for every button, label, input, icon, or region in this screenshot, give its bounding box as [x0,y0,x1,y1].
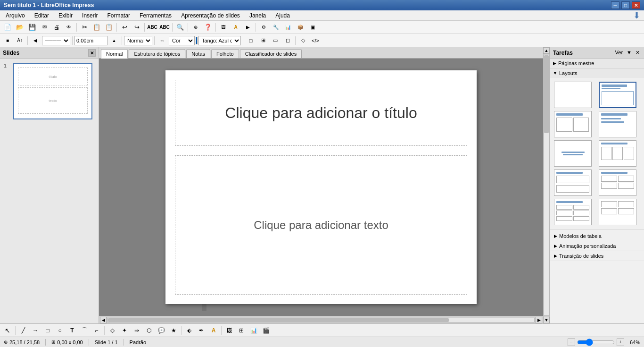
table-models-item[interactable]: ▶ Modelos de tabela [550,231,644,241]
line-style-select[interactable]: ───── [42,36,70,45]
line-btn[interactable]: ▭ [270,35,281,46]
area-btn[interactable]: ⊞ [257,35,269,46]
callouts-tool[interactable]: 💬 [156,325,167,336]
save-button[interactable]: 💾 [26,22,38,33]
tool3-button[interactable]: 📊 [282,22,294,33]
tool2-button[interactable]: 🔧 [270,22,281,33]
zoom-out-button[interactable]: − [568,339,575,346]
shadow-btn[interactable]: □ [245,35,256,46]
size-up-btn[interactable]: ▲ [108,35,120,46]
rect-tool[interactable]: □ [42,325,53,336]
select-tool[interactable]: ↖ [2,325,13,336]
line-tool[interactable]: ╱ [17,325,29,336]
slides-close-button[interactable]: ✕ [88,49,96,57]
slide-canvas[interactable]: Clique para adicionar o título Clique pa… [165,70,477,304]
print-button[interactable]: 🖨 [51,22,62,33]
points-tool[interactable]: ⬖ [183,325,195,336]
open-button[interactable]: 📂 [14,22,25,33]
tool4-button[interactable]: 📦 [295,22,306,33]
curve-tool[interactable]: ⌒ [79,325,90,336]
minimize-button[interactable]: ─ [611,1,619,9]
v-scrollbar-track[interactable] [544,55,549,316]
slide-title-box[interactable]: Clique para adicionar o título [175,80,467,146]
basic-shapes-btn[interactable]: </> [310,35,321,46]
format-btn3[interactable]: ◀ [30,35,41,46]
tab-sorter[interactable]: Classificador de slides [240,49,302,58]
menu-ferramentas[interactable]: Ferramentas [136,11,175,20]
insert-chart-tool[interactable]: 📊 [248,325,259,336]
scrollbar-track[interactable] [107,318,535,322]
slide-content-box[interactable]: Clique para adicionar texto [175,155,467,295]
clipart-button[interactable]: 🖼 [218,22,229,33]
ellipse-tool[interactable]: ○ [54,325,66,336]
layout-content-only[interactable] [599,199,636,225]
horizontal-scrollbar[interactable]: ◀ ▶ [99,316,543,323]
maximize-button[interactable]: □ [621,1,630,9]
undo-button[interactable]: ↩ [119,22,130,33]
fontwork-tool[interactable]: A [208,325,219,336]
menu-arquivo[interactable]: Arquivo [2,11,29,20]
layout-title-only[interactable] [599,111,636,137]
scroll-right-button[interactable]: ▶ [536,317,542,323]
right-panel-close[interactable]: ✕ [634,49,641,56]
tab-notes[interactable]: Notas [186,49,210,58]
email-button[interactable]: ✉ [39,22,50,33]
stars-tool[interactable]: ★ [168,325,179,336]
zoom-in-button[interactable]: + [617,339,624,346]
show-button[interactable]: ▶ [242,22,254,33]
scrollbar-thumb[interactable] [108,318,449,322]
flip-btn[interactable]: ↔ [157,35,168,46]
layout-2row[interactable] [554,169,592,196]
layout-title-6box[interactable] [554,199,592,225]
color-type-select[interactable]: Cor [169,36,195,45]
menu-exibir[interactable]: Exibir [55,11,76,20]
close-button[interactable]: ✕ [632,1,640,9]
block-arrows-tool[interactable]: ⇒ [131,325,142,336]
basic-shapes-tool[interactable]: ◇ [107,325,118,336]
flowchart-tool[interactable]: ⬡ [143,325,155,336]
spellcheck-button[interactable]: ABC [147,22,158,33]
layouts-header[interactable]: ▼ Layouts [550,68,644,78]
slide-transition-item[interactable]: ▶ Transição de slides [550,251,644,261]
arrow-btn[interactable]: ◻ [282,35,293,46]
menu-editar[interactable]: Editar [31,11,53,20]
redo-button[interactable]: ↪ [131,22,142,33]
menu-inserir[interactable]: Inserir [78,11,101,20]
copy-button[interactable]: 📋 [91,22,102,33]
insert-image-tool[interactable]: 🖼 [223,325,235,336]
right-panel-ver[interactable]: Ver [614,49,625,56]
menu-apresentacao[interactable]: Apresentação de slides [177,11,244,20]
layout-title-4box[interactable] [599,169,636,196]
arrow-tool[interactable]: → [30,325,41,336]
size-input[interactable]: 0,00cm [74,36,107,45]
insert-movie-tool[interactable]: 🎬 [260,325,272,336]
tab-normal[interactable]: Normal [101,49,128,59]
new-button[interactable]: 📄 [2,22,13,33]
color-swatch[interactable] [196,37,198,44]
tab-outline[interactable]: Estrutura de tópicos [129,49,185,58]
slide-preview-1[interactable]: título texto [13,63,92,119]
format-btn2[interactable]: A↑ [14,35,25,46]
scroll-left-button[interactable]: ◀ [100,317,107,323]
color-name-select[interactable]: Tango: Azul c [198,36,241,45]
cut-button[interactable]: ✂ [79,22,90,33]
transform-btn[interactable]: ◇ [297,35,309,46]
zoom-button[interactable]: ⊕ [190,22,201,33]
gluepoints-tool[interactable]: ✒ [196,325,207,336]
layout-3col[interactable] [599,140,636,167]
scroll-up-button[interactable]: ▲ [543,47,550,54]
custom-animation-item[interactable]: ▶ Animação personalizada [550,241,644,251]
menu-janela[interactable]: Janela [246,11,270,20]
master-pages-header[interactable]: ▶ Páginas mestre [550,59,644,68]
menu-formatar[interactable]: Formatar [103,11,134,20]
style-select[interactable]: Normal [124,36,152,45]
fontwork-button[interactable]: A [230,22,241,33]
connector-tool[interactable]: ⌐ [91,325,102,336]
zoom-slider[interactable] [577,339,615,346]
layout-centered-text[interactable] [554,140,592,167]
layout-title-content[interactable] [599,82,636,108]
text-tool[interactable]: T [66,325,78,336]
find-button[interactable]: 🔍 [174,22,186,33]
slide-canvas-area[interactable]: Clique para adicionar o título Clique pa… [99,59,543,316]
vertical-scrollbar[interactable]: ▲ ▼ [543,47,550,323]
